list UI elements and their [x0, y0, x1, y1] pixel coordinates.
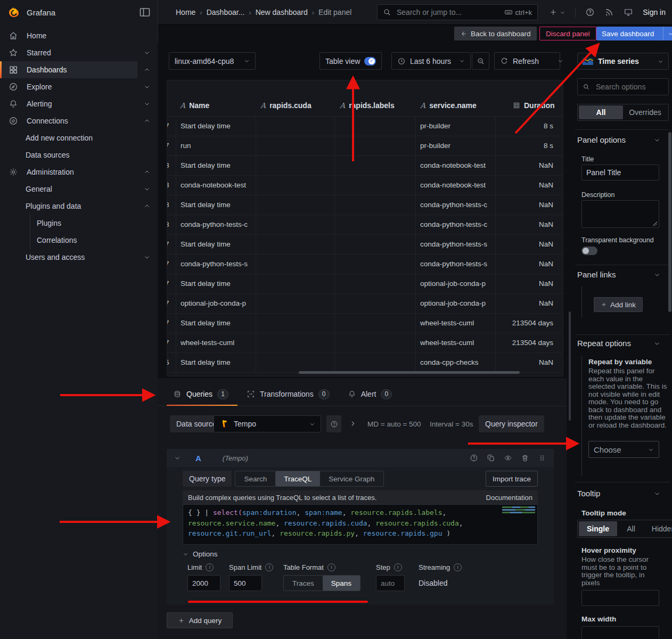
add-link-button[interactable]: Add link [594, 297, 643, 312]
options-search[interactable] [577, 78, 669, 95]
monitor-icon[interactable] [624, 7, 633, 17]
help-icon[interactable] [470, 454, 478, 462]
sign-in-button[interactable]: Sign in [643, 8, 666, 17]
sidebar-item-home[interactable]: Home [0, 27, 158, 44]
table-row[interactable]: 8conda-notebook-testconda-notebook-testN… [167, 175, 563, 195]
table-row[interactable]: 8Start delay timeconda-notebook-testNaN [167, 155, 563, 175]
sidebar-item-administration[interactable]: Administration [0, 163, 158, 181]
table-row[interactable]: 7Start delay timewheel-tests-cuml213504 … [167, 313, 563, 333]
sidebar-item-users-and-access[interactable]: Users and access [0, 249, 158, 266]
dock-menu-icon[interactable] [138, 6, 151, 19]
options-search-input[interactable] [595, 82, 663, 92]
sidebar-item-plugins[interactable]: Plugins [0, 215, 158, 232]
import-trace-button[interactable]: Import trace [486, 471, 538, 487]
global-search[interactable]: ctrl+k [377, 4, 538, 20]
sidebar-item-general[interactable]: General [0, 181, 158, 198]
drag-handle-icon[interactable] [538, 454, 546, 462]
tooltip-section-header[interactable]: Tooltip [577, 489, 660, 498]
transparent-background-toggle[interactable] [581, 247, 597, 255]
new-menu-button[interactable] [549, 8, 566, 17]
trash-icon[interactable] [521, 454, 529, 462]
visualization-picker[interactable]: Time series [577, 53, 669, 70]
table-row[interactable]: 7conda-python-tests-sconda-python-tests-… [167, 254, 563, 274]
chevron-down-icon[interactable] [144, 84, 150, 90]
chevron-down-icon[interactable] [144, 101, 150, 107]
pane-scrollbar[interactable] [569, 312, 571, 421]
chevron-up-icon[interactable] [144, 67, 150, 73]
query-ref-id[interactable]: A [195, 454, 201, 463]
back-to-dashboard-button[interactable]: Back to dashboard [454, 27, 537, 40]
repeat-variable-select[interactable]: Choose [588, 441, 659, 458]
options-header[interactable]: Options [183, 550, 550, 558]
max-width-input[interactable] [581, 626, 659, 639]
chevron-up-icon[interactable] [144, 203, 150, 209]
query-inspector-button[interactable]: Query inspector [479, 415, 544, 432]
collapse-chevron-icon[interactable] [174, 455, 181, 461]
sidebar-item-add-new-connection[interactable]: Add new connection [0, 129, 158, 146]
column-header-name[interactable]: AName [180, 101, 209, 110]
table-row[interactable]: 7runpr-builder8 s [167, 136, 563, 155]
table-view-toggle[interactable]: ✓ [364, 57, 376, 65]
breadcrumb-new-dashboard[interactable]: New dashboard [256, 8, 308, 17]
duplicate-icon[interactable] [487, 454, 495, 462]
chevron-down-icon[interactable] [144, 50, 150, 56]
chevron-right-icon[interactable] [349, 420, 356, 427]
sidebar-item-plugins-and-data[interactable]: Plugins and data [0, 198, 158, 215]
tab-all[interactable]: All [579, 105, 623, 119]
breadcrumb-home[interactable]: Home [176, 8, 195, 17]
save-dashboard-button[interactable]: Save dashboard [596, 27, 672, 40]
tab-overrides[interactable]: Overrides [623, 105, 667, 119]
data-source-picker[interactable]: Tempo [214, 415, 321, 432]
time-range-picker[interactable]: Last 6 hours [391, 52, 471, 70]
search-input[interactable] [396, 7, 500, 17]
resize-handle[interactable] [652, 221, 657, 226]
table-row[interactable]: 7optional-job-conda-poptional-job-conda-… [167, 293, 563, 313]
eye-icon[interactable] [504, 454, 512, 462]
table-row[interactable]: 7Start delay timepr-builder8 s [167, 116, 563, 136]
sidebar-item-explore[interactable]: Explore [0, 78, 158, 95]
span-limit-input[interactable] [229, 575, 262, 591]
description-textarea[interactable] [581, 200, 659, 228]
column-header-rapids-cuda[interactable]: Arapids.cuda [260, 101, 312, 110]
chevron-down-icon[interactable] [144, 254, 150, 260]
chevron-up-icon[interactable] [144, 169, 150, 175]
breadcrumb-dashboards[interactable]: Dashboar... [207, 8, 245, 17]
sidebar-item-dashboards[interactable]: Dashboards [0, 61, 158, 78]
table-row[interactable]: 7Start delay timeoptional-job-conda-pNaN [167, 274, 563, 293]
column-header-service-name[interactable]: Aservice.name [420, 101, 477, 110]
panel-title-select[interactable]: linux-amd64-cpu8 [169, 52, 256, 70]
tooltip-mode-hidden[interactable]: Hidden [645, 521, 672, 536]
sidebar-item-correlations[interactable]: Correlations [0, 232, 158, 249]
sidebar-item-connections[interactable]: Connections [0, 112, 158, 129]
sidebar-item-alerting[interactable]: Alerting [0, 95, 158, 112]
refresh-button[interactable]: Refresh [495, 53, 544, 69]
table-row[interactable]: 8conda-python-tests-cconda-python-tests-… [167, 215, 563, 234]
column-header-duration[interactable]: Duration [513, 101, 555, 110]
table-row[interactable]: 7wheel-tests-cumlwheel-tests-cuml213504 … [167, 333, 563, 353]
sidebar-item-starred[interactable]: Starred [0, 44, 158, 61]
table-row[interactable]: 5Start delay timeconda-cpp-checksNaN [167, 353, 563, 373]
add-query-button[interactable]: Add query [167, 612, 233, 628]
table-row[interactable]: 8Start delay timeconda-python-tests-cNaN [167, 195, 563, 215]
chevron-up-icon[interactable] [144, 118, 150, 124]
step-input[interactable] [376, 575, 405, 591]
sidebar-item-data-sources[interactable]: Data sources [0, 146, 158, 163]
panel-links-section-header[interactable]: Panel links [577, 270, 660, 279]
refresh-interval-caret[interactable] [553, 53, 568, 69]
query-type-service-graph[interactable]: Service Graph [320, 471, 383, 486]
table-format-spans[interactable]: Spans [323, 576, 360, 591]
discard-panel-button[interactable]: Discard panel [539, 27, 596, 40]
tooltip-mode-all[interactable]: All [617, 521, 645, 536]
hover-proximity-input[interactable] [581, 590, 659, 606]
column-header-rapids-labels[interactable]: Arapids.labels [340, 101, 395, 110]
chevron-down-icon[interactable] [144, 186, 150, 192]
zoom-out-time-button[interactable] [472, 52, 489, 70]
data-source-help-button[interactable] [326, 415, 341, 432]
table-row[interactable]: 7Start delay timeconda-python-tests-sNaN [167, 234, 563, 254]
documentation-link[interactable]: Documentation [486, 494, 532, 502]
save-options-caret[interactable] [663, 27, 672, 40]
help-icon[interactable] [585, 7, 595, 17]
tab-transformations[interactable]: Transformations 0 [247, 389, 330, 399]
tooltip-mode-single[interactable]: Single [579, 521, 617, 536]
repeat-options-section-header[interactable]: Repeat options [577, 339, 660, 348]
